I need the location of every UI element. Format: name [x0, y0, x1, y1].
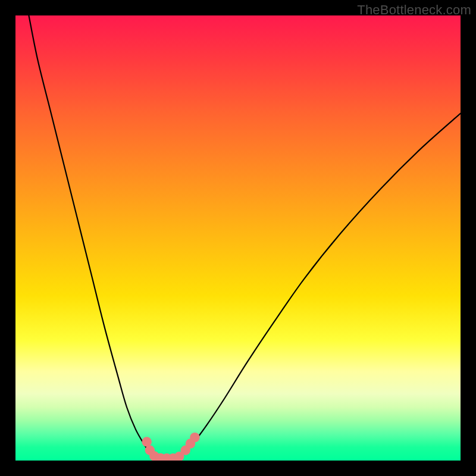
curve-group: [29, 15, 461, 458]
series-left-curve: [29, 15, 162, 458]
marker-group: [142, 433, 199, 461]
chart-overlay: [15, 15, 461, 461]
watermark-text: TheBottleneck.com: [357, 2, 471, 18]
data-marker: [190, 433, 199, 442]
data-marker: [142, 437, 151, 446]
plot-area: [15, 15, 461, 461]
chart-frame: TheBottleneck.com: [0, 0, 476, 476]
series-right-curve: [176, 114, 461, 459]
